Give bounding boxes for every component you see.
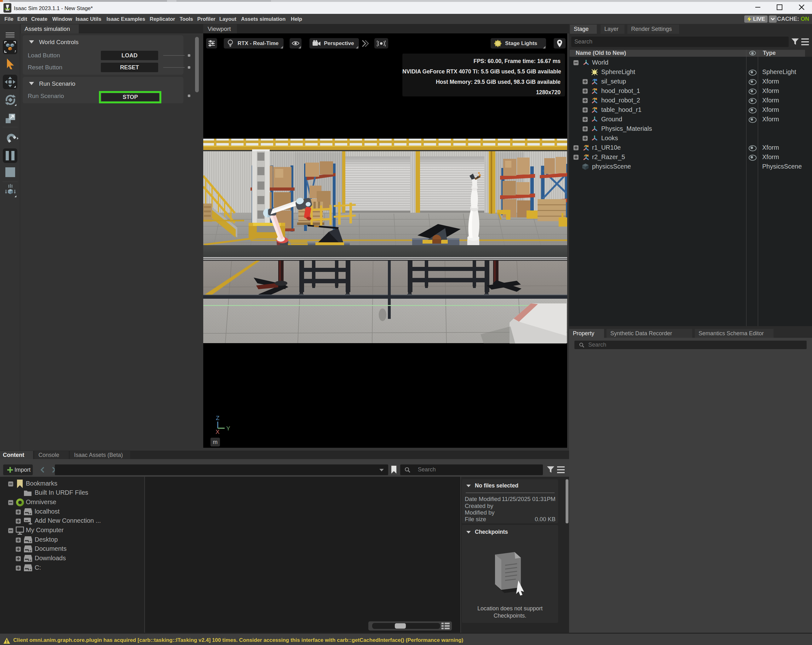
svg-text:Y: Y — [226, 425, 230, 432]
svg-text:Z: Z — [216, 415, 220, 421]
svg-text:X: X — [215, 428, 220, 435]
